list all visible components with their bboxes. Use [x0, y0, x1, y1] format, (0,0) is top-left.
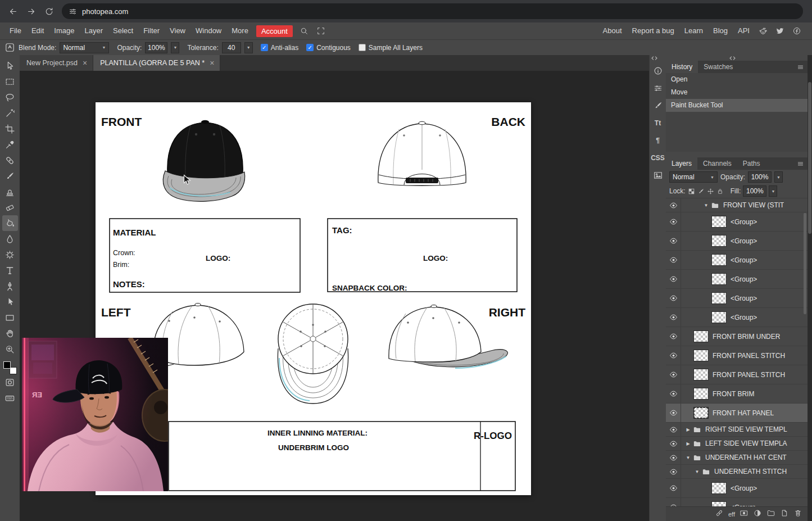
collapse-rail-icon[interactable]	[651, 56, 658, 61]
layer-opacity-input[interactable]: 100%	[748, 171, 772, 183]
layer-thumbnail[interactable]	[693, 388, 709, 400]
layer-mask-icon[interactable]	[740, 509, 749, 520]
layer-row[interactable]: <Group>	[666, 232, 808, 251]
brush-settings-icon[interactable]	[652, 100, 664, 111]
eyedropper-tool[interactable]	[2, 137, 18, 152]
dodge-tool[interactable]	[2, 247, 18, 262]
menu-link-blog[interactable]: Blog	[708, 22, 733, 39]
fullscreen-icon[interactable]	[312, 26, 329, 35]
layer-opacity-dropdown[interactable]: ▼	[774, 171, 783, 183]
visibility-eye-icon[interactable]	[666, 479, 681, 497]
lock-pixels-icon[interactable]	[697, 188, 705, 195]
quick-mask-icon[interactable]	[2, 374, 18, 390]
tab-paths[interactable]: Paths	[737, 157, 766, 170]
account-button[interactable]: Account	[256, 25, 293, 37]
layer-row[interactable]: <Group>	[666, 308, 808, 327]
fill-dropdown[interactable]: ▼	[769, 185, 777, 197]
layer-thumbnail[interactable]	[693, 369, 709, 380]
visibility-eye-icon[interactable]	[666, 308, 681, 327]
layer-thumbnail[interactable]	[711, 235, 727, 247]
expand-arrow-icon[interactable]: ▶	[684, 441, 692, 446]
visibility-eye-icon[interactable]	[666, 451, 681, 464]
layer-row[interactable]: FRONT BRIM UNDER	[666, 327, 808, 346]
reload-button[interactable]	[40, 3, 57, 20]
eraser-tool[interactable]	[2, 200, 18, 215]
opacity-input[interactable]: 100%	[145, 42, 167, 53]
layer-thumbnail[interactable]	[711, 311, 727, 323]
back-button[interactable]	[4, 3, 21, 20]
layer-row[interactable]: <Group>	[666, 251, 808, 270]
active-tool-icon[interactable]	[4, 42, 15, 53]
collapse-arrow-icon[interactable]: ▼	[702, 203, 710, 208]
tab-channels[interactable]: Channels	[697, 157, 737, 170]
menu-link-api[interactable]: API	[733, 22, 755, 39]
history-item-paint-bucket-tool[interactable]: Paint Bucket Tool	[666, 99, 808, 112]
forward-button[interactable]	[22, 3, 39, 20]
type-tool[interactable]	[2, 262, 18, 278]
brush-tool[interactable]	[2, 168, 18, 184]
clone-stamp-tool[interactable]	[2, 184, 18, 200]
move-tool[interactable]	[2, 58, 18, 74]
crop-tool[interactable]	[2, 121, 18, 137]
visibility-eye-icon[interactable]	[666, 212, 681, 231]
lock-transparency-icon[interactable]	[688, 188, 695, 195]
history-item-move[interactable]: Move	[666, 86, 808, 99]
menu-link-report-a-bug[interactable]: Report a bug	[627, 22, 679, 39]
layer-thumbnail[interactable]	[693, 330, 709, 342]
reddit-icon[interactable]	[755, 26, 772, 35]
adjustment-layer-icon[interactable]	[753, 509, 762, 520]
scrollbar-thumb[interactable]	[808, 82, 811, 234]
window-scrollbar[interactable]	[808, 55, 812, 521]
menu-link-about[interactable]: About	[598, 22, 627, 39]
visibility-eye-icon[interactable]	[666, 498, 681, 506]
tolerance-dropdown-button[interactable]: ▼	[244, 42, 253, 53]
visibility-eye-icon[interactable]	[666, 404, 681, 422]
menu-image[interactable]: Image	[49, 22, 79, 39]
layer-blend-mode-select[interactable]: Normal ▼	[669, 171, 718, 183]
hand-tool[interactable]	[2, 325, 18, 341]
lock-all-icon[interactable]	[716, 188, 724, 195]
visibility-eye-icon[interactable]	[666, 437, 681, 450]
color-swatches[interactable]	[3, 361, 17, 374]
lock-position-icon[interactable]	[707, 188, 714, 195]
paint-bucket-tool[interactable]	[2, 215, 18, 231]
menu-window[interactable]: Window	[190, 22, 226, 39]
layer-row[interactable]: <Group>	[666, 212, 808, 232]
healing-brush-tool[interactable]	[2, 152, 18, 168]
foreground-color-swatch[interactable]	[3, 361, 11, 369]
paragraph-icon[interactable]: ¶	[652, 135, 664, 146]
visibility-eye-icon[interactable]	[666, 232, 681, 250]
document-tab-new-project-psd[interactable]: New Project.psd×	[20, 55, 93, 71]
visibility-eye-icon[interactable]	[666, 198, 681, 212]
properties-icon[interactable]	[652, 65, 664, 76]
visibility-eye-icon[interactable]	[666, 384, 681, 403]
css-icon[interactable]: CSS	[652, 152, 664, 164]
layer-group-row[interactable]: ▼UNDERNEATH STITCH	[666, 465, 808, 479]
layer-row[interactable]: <Group>	[666, 498, 808, 506]
address-bar[interactable]: photopea.com	[62, 3, 803, 19]
blend-mode-select[interactable]: Normal ▼	[60, 42, 109, 53]
menu-select[interactable]: Select	[108, 22, 138, 39]
layer-thumbnail[interactable]	[693, 350, 709, 361]
history-panel-menu-button[interactable]	[797, 64, 804, 71]
menu-filter[interactable]: Filter	[138, 22, 165, 39]
history-item-open[interactable]: Open	[666, 73, 808, 86]
url-text[interactable]: photopea.com	[82, 7, 128, 16]
delete-layer-icon[interactable]	[793, 509, 802, 520]
twitter-icon[interactable]	[772, 26, 788, 35]
checkbox-sample-all-layers[interactable]: Sample All Layers	[359, 44, 423, 52]
facebook-icon[interactable]	[788, 26, 805, 35]
layer-thumbnail[interactable]	[711, 254, 727, 266]
layer-group-row[interactable]: ▶RIGHT SIDE VIEW TEMPL	[666, 423, 808, 437]
character-icon[interactable]: Tt	[652, 117, 664, 129]
tab-swatches[interactable]: Swatches	[698, 61, 738, 73]
layer-thumbnail[interactable]	[693, 407, 709, 419]
marquee-select-tool[interactable]	[2, 74, 18, 89]
layer-row[interactable]: FRONT PANEL STITCH	[666, 365, 808, 384]
layer-row[interactable]: FRONT BRIM	[666, 384, 808, 404]
document-tab-plantilla-gorra-de-5-pan[interactable]: PLANTILLA (GORRA DE 5 PAN *×	[93, 55, 220, 71]
new-layer-icon[interactable]	[780, 509, 789, 520]
layer-row[interactable]: <Group>	[666, 479, 808, 498]
menu-more[interactable]: More	[226, 22, 253, 39]
layer-group-row[interactable]: ▶LEFT SIDE VIEW TEMPLA	[666, 437, 808, 451]
